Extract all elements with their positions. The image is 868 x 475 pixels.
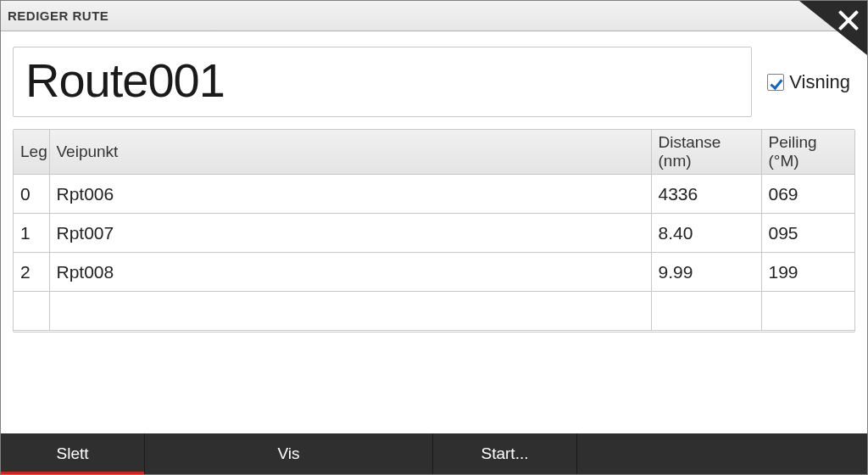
delete-button[interactable]: Slett	[1, 433, 145, 474]
title-row: Route001 Visning	[13, 47, 855, 117]
col-waypoint[interactable]: Veipunkt	[49, 130, 651, 175]
cell-distance: 4336	[651, 175, 761, 214]
display-toggle[interactable]: Visning	[767, 71, 855, 93]
dialog-title: REDIGER RUTE	[8, 8, 108, 23]
start-button[interactable]: Start...	[433, 433, 577, 474]
route-name-text: Route001	[25, 53, 739, 108]
cell-waypoint: Rpt006	[49, 175, 651, 214]
dialog-content: Route001 Visning Leg Veipunkt Distanse (…	[1, 31, 867, 433]
table-row-empty[interactable]	[14, 292, 854, 331]
route-name-input[interactable]: Route001	[13, 47, 752, 117]
col-bearing[interactable]: Peiling (°M)	[761, 130, 854, 175]
footer-toolbar: Slett Vis Start...	[1, 433, 867, 474]
checkbox-icon	[767, 74, 784, 91]
table-header-row: Leg Veipunkt Distanse (nm) Peiling (°M)	[14, 130, 854, 175]
cell-distance: 9.99	[651, 253, 761, 292]
cell-bearing: 095	[761, 214, 854, 253]
delete-button-label: Slett	[56, 444, 88, 463]
table-row[interactable]: 2 Rpt008 9.99 199	[14, 253, 854, 292]
cell-leg: 0	[14, 175, 49, 214]
cell-leg: 2	[14, 253, 49, 292]
waypoints-table: Leg Veipunkt Distanse (nm) Peiling (°M) …	[13, 129, 855, 332]
cell-waypoint: Rpt007	[49, 214, 651, 253]
cell-bearing: 069	[761, 175, 854, 214]
dialog-header: REDIGER RUTE	[1, 1, 867, 31]
col-distance[interactable]: Distanse (nm)	[651, 130, 761, 175]
show-button-label: Vis	[277, 444, 299, 463]
display-toggle-label: Visning	[789, 71, 850, 93]
cell-leg: 1	[14, 214, 49, 253]
cell-waypoint: Rpt008	[49, 253, 651, 292]
table-row[interactable]: 0 Rpt006 4336 069	[14, 175, 854, 214]
table-row[interactable]: 1 Rpt007 8.40 095	[14, 214, 854, 253]
close-button[interactable]	[799, 1, 867, 55]
col-leg[interactable]: Leg	[14, 130, 49, 175]
close-icon	[837, 9, 859, 31]
cell-bearing: 199	[761, 253, 854, 292]
cell-distance: 8.40	[651, 214, 761, 253]
show-button[interactable]: Vis	[145, 433, 433, 474]
start-button-label: Start...	[481, 444, 529, 463]
